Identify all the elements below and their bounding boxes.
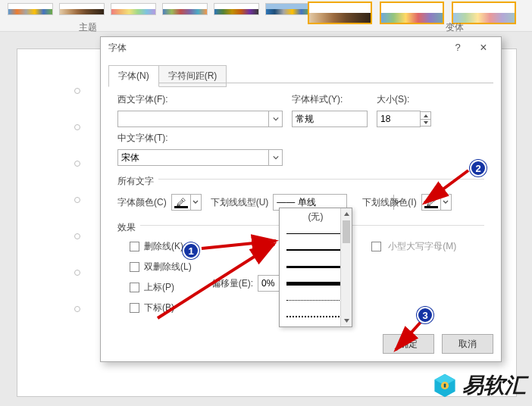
dialog-titlebar: 字体 ? × (101, 37, 501, 58)
latin-font-combo[interactable] (117, 111, 283, 127)
underline-style-label: 下划线线型(U) (211, 196, 269, 209)
watermark: 易软汇 (432, 371, 526, 400)
font-color-button[interactable]: 🖉 (171, 194, 202, 211)
chevron-down-icon[interactable] (268, 111, 282, 126)
style-label: 字体样式(Y): (292, 93, 377, 106)
cancel-button[interactable]: 取消 (442, 334, 493, 354)
dropdown-scrollbar[interactable] (340, 208, 352, 326)
variant-swatch[interactable] (380, 2, 444, 24)
latin-font-input[interactable] (118, 111, 268, 126)
chevron-down-icon[interactable] (268, 150, 282, 165)
theme-swatch[interactable] (59, 3, 105, 15)
dialog-buttons: 确定 取消 (383, 334, 493, 354)
latin-font-label: 西文字体(F): (117, 93, 292, 106)
ribbon: 主题 变体 (0, 0, 532, 32)
slide-bullets (74, 88, 83, 342)
scrollbar-thumb[interactable] (343, 220, 350, 243)
scroll-up-icon[interactable] (341, 208, 352, 220)
chevron-down-icon[interactable] (190, 195, 201, 210)
theme-swatch[interactable] (265, 3, 311, 15)
theme-swatch[interactable] (111, 3, 156, 15)
spin-down-icon[interactable] (421, 119, 431, 126)
theme-swatch[interactable] (162, 3, 208, 15)
effects-label: 效果 (117, 221, 136, 234)
double-strike-checkbox[interactable]: 双删除线(L) (130, 261, 192, 273)
ok-button[interactable]: 确定 (383, 334, 434, 354)
size-label: 大小(S): (377, 93, 409, 106)
annotation-badge-1: 1 (183, 242, 199, 259)
close-button[interactable]: × (471, 39, 496, 56)
superscript-checkbox[interactable]: 上标(P) (130, 281, 192, 294)
font-dialog: 字体 ? × 字体(N) 字符间距(R) 西文字体(F): 字体样式(Y): 大… (100, 36, 502, 362)
watermark-logo-icon (432, 373, 458, 398)
watermark-text: 易软汇 (462, 371, 526, 400)
all-text-label: 所有文字 (117, 175, 154, 188)
underline-color-label: 下划线颜色(I) (362, 196, 416, 209)
theme-swatch[interactable] (8, 3, 53, 15)
variant-swatch[interactable] (308, 2, 372, 24)
underline-color-button[interactable]: 🖉 (421, 194, 452, 211)
offset-label: 偏移量(E): (211, 277, 253, 290)
tab-font[interactable]: 字体(N) (108, 65, 159, 87)
theme-swatch[interactable] (214, 3, 259, 15)
scroll-down-icon[interactable] (341, 315, 352, 326)
asian-font-label: 中文字体(T): (117, 132, 168, 145)
spin-up-icon[interactable] (421, 111, 431, 119)
chevron-down-icon[interactable] (440, 195, 451, 210)
underline-style-dropdown[interactable]: (无) (279, 208, 352, 327)
dialog-title: 字体 (108, 42, 445, 55)
divider (158, 179, 484, 180)
annotation-badge-2: 2 (470, 160, 487, 176)
subscript-checkbox[interactable]: 下标(B) (130, 301, 192, 314)
font-color-label: 字体颜色(C) (117, 196, 167, 209)
svg-rect-7 (444, 383, 446, 387)
style-combo[interactable] (292, 111, 368, 127)
annotation-badge-3: 3 (417, 307, 433, 323)
size-spinner[interactable] (421, 111, 431, 126)
asian-font-input[interactable] (118, 150, 268, 165)
smallcaps-checkbox[interactable]: 小型大写字母(M) (371, 240, 456, 253)
size-combo[interactable] (377, 111, 421, 127)
size-input[interactable] (377, 111, 497, 126)
asian-font-combo[interactable] (117, 149, 283, 166)
help-button[interactable]: ? (445, 39, 471, 56)
